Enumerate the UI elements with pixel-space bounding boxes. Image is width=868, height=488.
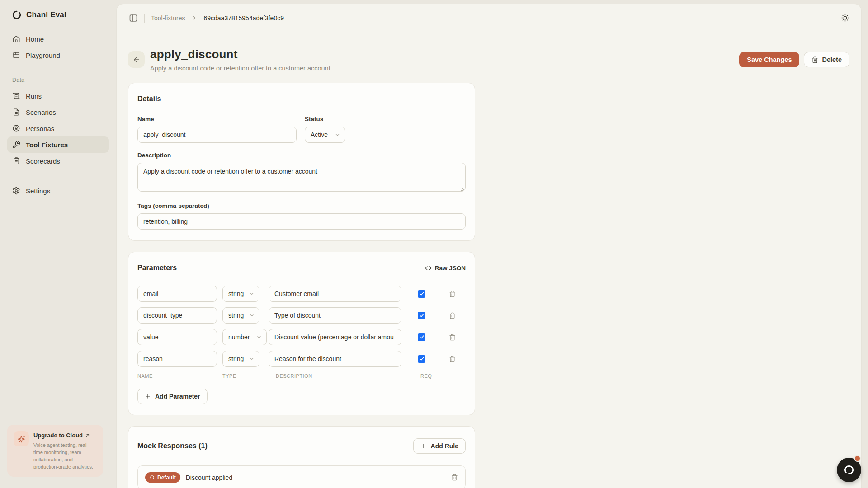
details-card: Details Name Status Active: [128, 83, 475, 241]
resize-grip[interactable]: [460, 187, 464, 191]
page-subtitle: Apply a discount code or retention offer…: [150, 65, 330, 72]
plus-icon: [145, 393, 151, 399]
tags-label: Tags (comma-separated): [137, 202, 466, 209]
save-changes-button[interactable]: Save Changes: [739, 52, 799, 67]
sidebar-toggle-button[interactable]: [129, 14, 138, 23]
parameter-column-labels: NAME TYPE DESCRIPTION REQ: [137, 373, 466, 379]
sidebar-item-label: Scenarios: [26, 108, 56, 116]
column-label-req: REQ: [420, 373, 432, 379]
sidebar-item-label: Personas: [26, 125, 54, 132]
param-description-input[interactable]: [269, 329, 401, 345]
page-title: apply_discount: [150, 47, 330, 61]
add-rule-label: Add Rule: [431, 442, 458, 450]
user-circle-icon: [12, 124, 20, 132]
brand-ring-icon: [12, 10, 22, 20]
parameter-rows: string string: [137, 286, 466, 367]
sidebar-item-label: Home: [26, 35, 44, 43]
parameter-row: string: [137, 351, 466, 367]
scroll-icon: [12, 92, 20, 100]
mock-responses-title: Mock Responses (1): [137, 442, 208, 450]
delete-parameter-button[interactable]: [449, 334, 456, 341]
param-type-value: string: [228, 290, 245, 297]
app-logo: Chanl Eval: [7, 8, 109, 21]
clipboard-icon: [12, 157, 20, 165]
name-input[interactable]: [137, 127, 297, 143]
param-name-input[interactable]: [137, 307, 217, 324]
sidebar-nav: Home Playground Data Runs Scenarios Pe: [7, 31, 109, 199]
target-icon: [150, 475, 155, 480]
add-rule-button[interactable]: Add Rule: [413, 438, 466, 454]
chevron-down-icon: [249, 356, 255, 361]
delete-rule-button[interactable]: [451, 474, 458, 481]
required-checkbox[interactable]: [418, 355, 425, 363]
main-panel: Tool-fixtures 69cdaa37815954adef3fe0c9 a…: [116, 4, 862, 488]
add-parameter-button[interactable]: Add Parameter: [137, 389, 208, 404]
param-type-select[interactable]: string: [222, 286, 259, 302]
chevron-down-icon: [335, 132, 340, 138]
delete-parameter-button[interactable]: [449, 312, 456, 319]
default-badge: Default: [145, 472, 180, 483]
status-value: Active: [311, 131, 331, 138]
delete-parameter-button[interactable]: [449, 356, 456, 362]
param-type-select[interactable]: string: [222, 351, 259, 367]
chevron-down-icon: [249, 313, 255, 318]
parameter-row: string: [137, 307, 466, 324]
sidebar-item-label: Runs: [26, 92, 42, 100]
tags-input[interactable]: [137, 213, 466, 230]
add-parameter-label: Add Parameter: [155, 393, 200, 400]
back-button[interactable]: [128, 51, 145, 68]
status-label: Status: [305, 116, 345, 122]
assistant-ring-icon: [843, 464, 855, 476]
sidebar-item-playground[interactable]: Playground: [7, 47, 109, 63]
param-type-select[interactable]: number: [222, 329, 267, 345]
param-type-value: string: [228, 355, 245, 362]
parameter-row: string: [137, 286, 466, 302]
sidebar-item-label: Settings: [26, 187, 50, 195]
arrow-up-right-icon: [85, 433, 90, 438]
param-description-input[interactable]: [269, 286, 401, 302]
column-label-type: TYPE: [222, 373, 276, 379]
param-description-input[interactable]: [269, 307, 401, 324]
file-text-icon: [12, 108, 20, 116]
name-label: Name: [137, 116, 297, 122]
param-description-input[interactable]: [269, 351, 401, 367]
raw-json-button[interactable]: Raw JSON: [425, 265, 466, 272]
upgrade-description: Voice agent testing, real-time monitorin…: [33, 442, 97, 471]
code-icon: [425, 265, 432, 272]
status-select[interactable]: Active: [305, 127, 345, 143]
param-type-value: string: [228, 312, 245, 319]
delete-parameter-button[interactable]: [449, 291, 456, 297]
sidebar-item-scorecards[interactable]: Scorecards: [7, 153, 109, 169]
breadcrumb-current: 69cdaa37815954adef3fe0c9: [203, 14, 284, 22]
sidebar-item-personas[interactable]: Personas: [7, 120, 109, 136]
sidebar-section-data: Data: [7, 77, 109, 83]
param-type-select[interactable]: string: [222, 307, 259, 324]
sidebar-item-home[interactable]: Home: [7, 31, 109, 47]
mock-rule-label: Discount applied: [186, 474, 233, 481]
chevron-down-icon: [249, 291, 255, 296]
breadcrumb-parent[interactable]: Tool-fixtures: [151, 14, 185, 22]
chevron-right-icon: [191, 15, 197, 21]
description-label: Description: [137, 152, 466, 159]
trash-icon: [811, 56, 818, 63]
wrench-icon: [12, 141, 20, 149]
required-checkbox[interactable]: [418, 312, 425, 319]
theme-toggle-button[interactable]: [841, 14, 849, 22]
param-name-input[interactable]: [137, 329, 217, 345]
upgrade-card[interactable]: Upgrade to Cloud Voice agent testing, re…: [7, 425, 103, 477]
playground-icon: [12, 51, 20, 59]
delete-button[interactable]: Delete: [804, 52, 849, 67]
param-name-input[interactable]: [137, 286, 217, 302]
required-checkbox[interactable]: [418, 290, 425, 298]
sidebar-item-runs[interactable]: Runs: [7, 88, 109, 104]
description-textarea[interactable]: Apply a discount code or retention offer…: [137, 163, 466, 192]
sidebar-item-label: Scorecards: [26, 157, 60, 165]
home-icon: [12, 35, 20, 43]
sidebar-item-label: Tool Fixtures: [26, 141, 68, 149]
required-checkbox[interactable]: [418, 333, 425, 341]
parameter-row: number: [137, 329, 466, 345]
param-name-input[interactable]: [137, 351, 217, 367]
sidebar-item-tool-fixtures[interactable]: Tool Fixtures: [7, 136, 109, 153]
sidebar-item-scenarios[interactable]: Scenarios: [7, 104, 109, 120]
sidebar-item-settings[interactable]: Settings: [7, 183, 109, 199]
